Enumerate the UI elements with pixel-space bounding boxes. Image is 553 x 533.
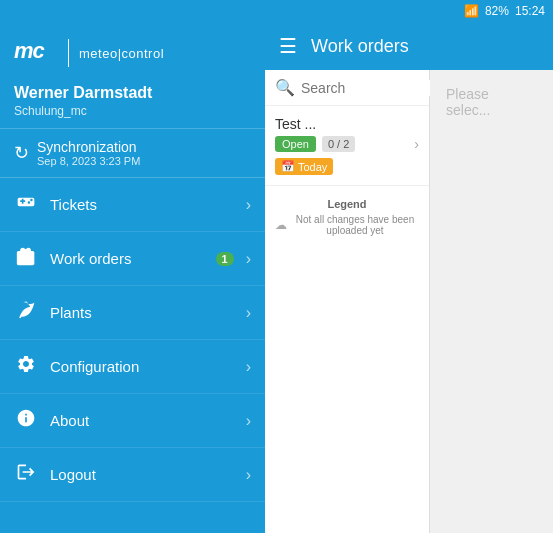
sync-label: Synchronization (37, 139, 140, 155)
detail-panel: Please selec... (430, 70, 553, 533)
logo-mc: mc (14, 36, 58, 70)
legend-text: Not all changes have been uploaded yet (291, 214, 419, 236)
logout-label: Logout (50, 466, 234, 483)
order-item[interactable]: Test ... Open 0 / 2 › 📅 Today (265, 106, 429, 186)
sidebar-item-tickets[interactable]: Tickets › (0, 178, 265, 232)
plants-chevron: › (246, 304, 251, 322)
content-area: 🔍 Test ... Open 0 / 2 › 📅 Today (265, 70, 553, 533)
legend-area: Legend ☁ Not all changes have been uploa… (265, 186, 429, 248)
sync-row[interactable]: ↻ Synchronization Sep 8, 2023 3:23 PM (0, 129, 265, 178)
logo-text: meteo|control (79, 46, 164, 61)
hamburger-button[interactable]: ☰ (279, 34, 297, 58)
about-chevron: › (246, 412, 251, 430)
date-badge-container: 📅 Today (275, 156, 419, 175)
work-orders-label: Work orders (50, 250, 200, 267)
work-orders-icon (14, 246, 38, 271)
configuration-icon (14, 354, 38, 379)
mc-logo-svg: mc (14, 36, 58, 64)
sidebar-header: mc meteo|control Werner Darmstadt Schulu… (0, 22, 265, 129)
sidebar-item-logout[interactable]: Logout › (0, 448, 265, 502)
please-select-text: Please selec... (446, 86, 537, 118)
battery-level: 82% (485, 4, 509, 18)
order-title: Test ... (275, 116, 419, 132)
plants-label: Plants (50, 304, 234, 321)
sync-info: Synchronization Sep 8, 2023 3:23 PM (37, 139, 140, 167)
right-panel: ☰ Work orders 🔍 Test ... Open 0 / 2 › (265, 22, 553, 533)
sidebar-item-plants[interactable]: Plants › (0, 286, 265, 340)
search-icon: 🔍 (275, 78, 295, 97)
app-container: mc meteo|control Werner Darmstadt Schulu… (0, 22, 553, 533)
logout-chevron: › (246, 466, 251, 484)
status-bar: 📶 82% 15:24 (0, 0, 553, 22)
svg-text:mc: mc (14, 38, 45, 63)
logo-separator (68, 39, 69, 67)
order-chevron: › (414, 136, 419, 152)
sidebar-item-about[interactable]: About › (0, 394, 265, 448)
orders-panel: 🔍 Test ... Open 0 / 2 › 📅 Today (265, 70, 430, 533)
configuration-chevron: › (246, 358, 251, 376)
work-orders-chevron: › (246, 250, 251, 268)
tickets-chevron: › (246, 196, 251, 214)
configuration-label: Configuration (50, 358, 234, 375)
tickets-label: Tickets (50, 196, 234, 213)
upload-icon: ☁ (275, 218, 287, 232)
status-badge: Open (275, 136, 316, 152)
progress-badge: 0 / 2 (322, 136, 355, 152)
tickets-icon (14, 192, 38, 217)
logo-area: mc meteo|control (14, 36, 251, 70)
date-label: Today (298, 161, 327, 173)
top-bar: ☰ Work orders (265, 22, 553, 70)
wifi-icon: 📶 (464, 4, 479, 18)
about-label: About (50, 412, 234, 429)
order-status-row: Open 0 / 2 › (275, 136, 419, 152)
legend-title: Legend (275, 198, 419, 210)
sync-date: Sep 8, 2023 3:23 PM (37, 155, 140, 167)
date-badge: 📅 Today (275, 158, 333, 175)
user-name: Werner Darmstadt (14, 84, 251, 102)
sidebar: mc meteo|control Werner Darmstadt Schulu… (0, 22, 265, 533)
sidebar-item-work-orders[interactable]: Work orders 1 › (0, 232, 265, 286)
top-bar-title: Work orders (311, 36, 409, 57)
sync-icon: ↻ (14, 142, 29, 164)
clock: 15:24 (515, 4, 545, 18)
nav-items: Tickets › Work orders 1 › Plants › (0, 178, 265, 533)
search-bar: 🔍 (265, 70, 429, 106)
legend-item: ☁ Not all changes have been uploaded yet (275, 214, 419, 236)
logout-icon (14, 462, 38, 487)
about-icon (14, 408, 38, 433)
work-orders-badge: 1 (216, 252, 234, 266)
calendar-icon: 📅 (281, 160, 295, 173)
plants-icon (14, 300, 38, 325)
user-role: Schulung_mc (14, 104, 251, 118)
sidebar-item-configuration[interactable]: Configuration › (0, 340, 265, 394)
